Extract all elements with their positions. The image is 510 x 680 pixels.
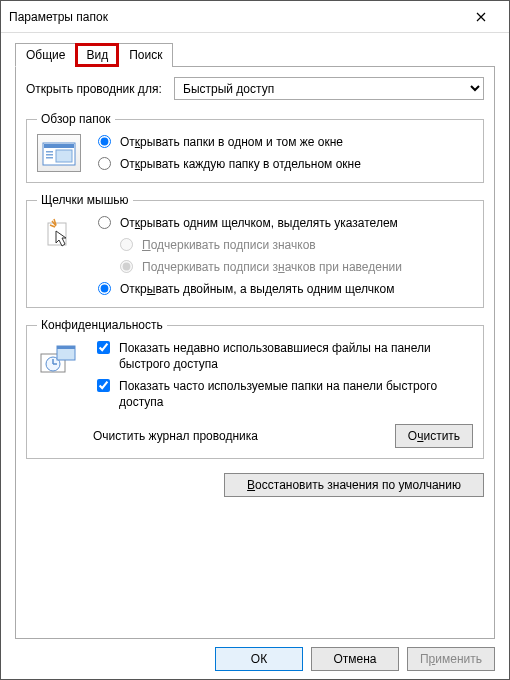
cancel-button[interactable]: Отмена <box>311 647 399 671</box>
radio-same-window[interactable]: Открывать папки в одном и том же окне <box>93 134 473 150</box>
click-items-legend: Щелчки мышью <box>37 193 133 207</box>
browse-folders-icon <box>37 134 81 172</box>
click-items-group: Щелчки мышью Открывать одним щелчком, вы… <box>26 193 484 308</box>
dialog-body: Общие Вид Поиск Открыть проводник для: Б… <box>1 33 509 679</box>
radio-separate-window[interactable]: Открывать каждую папку в отдельном окне <box>93 156 473 172</box>
check-frequent-folders[interactable]: Показать часто используемые папки на пан… <box>93 378 473 410</box>
radio-underline-always-label: Подчеркивать подписи значков <box>142 237 316 253</box>
dialog-footer: ОК Отмена Применить <box>15 639 495 673</box>
folder-options-window: Параметры папок Общие Вид Поиск Открыть … <box>0 0 510 680</box>
radio-double-click-input[interactable] <box>98 282 111 295</box>
svg-rect-2 <box>46 151 53 153</box>
tab-general[interactable]: Общие <box>15 43 76 67</box>
radio-underline-hover: Подчеркивать подписи значков при наведен… <box>115 259 473 275</box>
privacy-legend: Конфиденциальность <box>37 318 167 332</box>
titlebar: Параметры папок <box>1 1 509 33</box>
click-items-icon <box>37 215 81 253</box>
browse-folders-group: Обзор папок Открывать папки в одном и то… <box>26 112 484 183</box>
radio-underline-hover-label: Подчеркивать подписи значков при наведен… <box>142 259 402 275</box>
check-frequent-folders-input[interactable] <box>97 379 110 392</box>
check-recent-files-label: Показать недавно использовавшиеся файлы … <box>119 340 473 372</box>
radio-same-window-label: Открывать папки в одном и том же окне <box>120 134 343 150</box>
tab-panel-general: Открыть проводник для: Быстрый доступ Об… <box>15 66 495 639</box>
open-explorer-row: Открыть проводник для: Быстрый доступ <box>26 77 484 100</box>
browse-folders-legend: Обзор папок <box>37 112 115 126</box>
apply-button: Применить <box>407 647 495 671</box>
clear-button[interactable]: Очистить <box>395 424 473 448</box>
radio-underline-always-input <box>120 238 133 251</box>
ok-button[interactable]: ОК <box>215 647 303 671</box>
svg-rect-5 <box>56 150 72 162</box>
radio-separate-window-label: Открывать каждую папку в отдельном окне <box>120 156 361 172</box>
tab-search[interactable]: Поиск <box>118 43 173 67</box>
radio-underline-hover-input <box>120 260 133 273</box>
radio-single-click-input[interactable] <box>98 216 111 229</box>
check-recent-files[interactable]: Показать недавно использовавшиеся файлы … <box>93 340 473 372</box>
svg-rect-1 <box>44 144 74 148</box>
restore-defaults-button[interactable]: Восстановить значения по умолчанию <box>224 473 484 497</box>
radio-single-click-label: Открывать одним щелчком, выделять указат… <box>120 215 398 231</box>
privacy-icon <box>37 340 81 380</box>
window-title: Параметры папок <box>9 10 461 24</box>
close-button[interactable] <box>461 3 501 31</box>
clear-history-label: Очистить журнал проводника <box>93 429 258 443</box>
check-frequent-folders-label: Показать часто используемые папки на пан… <box>119 378 473 410</box>
tab-strip: Общие Вид Поиск <box>15 43 495 67</box>
tab-view[interactable]: Вид <box>75 43 119 67</box>
radio-double-click[interactable]: Открывать двойным, а выделять одним щелч… <box>93 281 473 297</box>
radio-underline-always: Подчеркивать подписи значков <box>115 237 473 253</box>
close-icon <box>476 12 486 22</box>
svg-rect-4 <box>46 157 53 159</box>
check-recent-files-input[interactable] <box>97 341 110 354</box>
radio-double-click-label: Открывать двойным, а выделять одним щелч… <box>120 281 394 297</box>
open-explorer-label: Открыть проводник для: <box>26 82 166 96</box>
svg-rect-10 <box>57 346 75 349</box>
open-explorer-dropdown[interactable]: Быстрый доступ <box>174 77 484 100</box>
radio-same-window-input[interactable] <box>98 135 111 148</box>
radio-separate-window-input[interactable] <box>98 157 111 170</box>
privacy-group: Конфиденциальность Показать недавно испо… <box>26 318 484 459</box>
radio-single-click[interactable]: Открывать одним щелчком, выделять указат… <box>93 215 473 231</box>
svg-rect-3 <box>46 154 53 156</box>
